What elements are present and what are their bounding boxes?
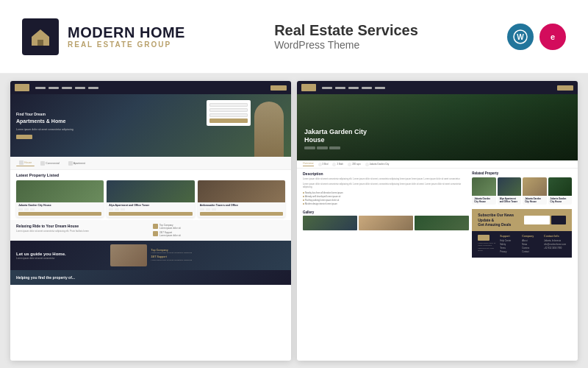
list-dot: [303, 192, 304, 194]
header-badges: W e: [507, 24, 566, 50]
property-image: [198, 180, 285, 202]
nav-links: [322, 87, 385, 89]
footer-link[interactable]: Help Center: [500, 239, 517, 242]
detail-tags: [304, 146, 367, 149]
bath-icon: [24, 208, 29, 210]
house-icon: [19, 160, 24, 165]
detail-body: Description Lorem ipsum dolor sit amet c…: [297, 169, 578, 361]
elementor-badge: e: [539, 24, 566, 50]
related-property: Jakarta Garden City House: [523, 177, 546, 205]
footer-link[interactable]: News: [522, 243, 539, 246]
area-icon: [212, 208, 216, 210]
guide-title: Let us guide you Home.: [16, 252, 106, 256]
property-details: Jakarta Garden City House: [16, 202, 104, 217]
footer-link[interactable]: Safety: [500, 243, 517, 246]
footer-link[interactable]: Contact: [522, 250, 539, 253]
subscribe-title: Subscribe Our News Update &Get Amazing D…: [478, 213, 520, 227]
svg-text:e: e: [551, 32, 555, 41]
list-item: Modern design interior lorem ipsum: [303, 202, 469, 205]
view-detail-btn[interactable]: [18, 212, 101, 216]
tag: [317, 146, 328, 149]
relaxing-text: Relaxing Ride to Your Dream House Lorem …: [16, 224, 148, 238]
view-detail-btn[interactable]: [109, 212, 192, 216]
guide-feature: Top Company Lorem ipsum dolor sit amet c…: [151, 249, 285, 255]
property-card: Jakarta Garden City House: [16, 180, 104, 217]
footer-link: +62 812 3456 7890: [544, 247, 566, 250]
property-name: Ambassador Towers and Office: [200, 204, 283, 208]
property-image: [107, 180, 194, 202]
related-info: Jakarta Garden City House: [548, 196, 572, 205]
bed-icon: [200, 208, 204, 210]
footer-col-title: Company: [522, 235, 539, 238]
category-house[interactable]: House: [16, 160, 35, 166]
footer-brand-col: Lorem ipsum dolor sit amet consectetur a…: [478, 235, 495, 254]
related-property: Jakarta Garden City House: [548, 177, 572, 205]
feature-item: 24/7 SupportLorem ipsum dolor sit: [153, 231, 285, 237]
footer-link[interactable]: About: [522, 239, 539, 242]
view-detail-btn[interactable]: [200, 212, 283, 216]
related-info: Alya Apartment and Office Tower: [498, 196, 521, 205]
subscribe-email-input[interactable]: [524, 216, 550, 224]
list-dot: [303, 199, 304, 201]
bed-icon: [109, 208, 113, 210]
theme-subtitle: WordPress Theme: [274, 39, 359, 51]
form-field: [209, 113, 248, 117]
overview-bar: Overview 3 Bed 2 Bath 200 sqm Jakarta Ga…: [297, 160, 578, 169]
footer-contact-col: Contact Info Jakarta, Indonesia info@mod…: [544, 235, 566, 254]
form-field: [209, 108, 248, 112]
bed-icon: [318, 163, 322, 166]
related-name: Jakarta Garden City House: [474, 197, 493, 203]
gallery-label: Gallery: [303, 210, 469, 214]
relax-features: Top CompanyLorem ipsum dolor sit 24/7 Su…: [153, 224, 285, 238]
form-submit-btn[interactable]: [209, 118, 248, 123]
gallery-grid: [303, 216, 469, 230]
property-icons: [18, 208, 101, 210]
property-name: Alya Apartment and Office Tower: [109, 204, 192, 208]
logo-title: MODERN HOME: [68, 24, 185, 40]
nav-logo: [301, 84, 316, 91]
relax-desc: Lorem ipsum dolor sit amet consectetur a…: [16, 230, 148, 233]
overview-stat: Jakarta Garden City: [365, 163, 390, 166]
hero-cta-btn[interactable]: [16, 135, 32, 139]
nav-cta-btn: [270, 85, 287, 91]
subscribe-submit-btn[interactable]: [551, 216, 566, 224]
apartment-icon: [68, 161, 73, 166]
property-name: Jakarta Garden City House: [18, 204, 101, 208]
list-item: Already well developed lorem ipsum sit: [303, 195, 469, 198]
nav-link: [49, 87, 59, 89]
stat-value: 3 Bed: [323, 163, 329, 166]
left-preview-panel: Find Your Dream Apartments & Home Lorem …: [10, 81, 291, 361]
subscribe-input-area: [524, 216, 566, 224]
property-card: Alya Apartment and Office Tower: [107, 180, 194, 217]
nav-link: [62, 87, 72, 89]
gallery-item: [359, 216, 413, 230]
property-icons: [200, 208, 283, 210]
overview-tab[interactable]: Overview: [303, 162, 314, 166]
theme-title: Real Estate Services: [274, 22, 418, 39]
feat-title: 24/7 Support: [151, 255, 285, 258]
footer-link[interactable]: Careers: [522, 247, 539, 250]
tag: [329, 146, 340, 149]
feat-desc: Lorem ipsum dolor sit amet consectetur a…: [151, 259, 285, 261]
category-tabs: House Commercial Apartment: [10, 157, 291, 170]
stat-value: 200 sqm: [352, 163, 361, 166]
category-apartment[interactable]: Apartment: [65, 160, 88, 166]
footer-link[interactable]: Terms: [500, 247, 517, 250]
list-text: Nearby bus from all direction lorem ipsu…: [305, 191, 343, 194]
logo-area: MODERN HOME REAL ESTATE GROUP: [22, 18, 185, 55]
gallery-item: [303, 216, 357, 230]
list-text: Rooftop parking lorem ipsum dolor sit: [305, 199, 339, 202]
related-name: Jakarta Garden City House: [525, 197, 544, 203]
related-name: Alya Apartment and Office Tower: [500, 197, 519, 203]
footer-logo-box: [478, 235, 490, 241]
footer-link[interactable]: Privacy: [500, 250, 517, 253]
guide-text: Let us guide you Home. Lorem ipsum dolor…: [16, 252, 106, 260]
related-label: Related Property: [472, 171, 572, 175]
footer-link: Jakarta, Indonesia: [544, 239, 566, 242]
related-name: Jakarta Garden City House: [551, 197, 570, 203]
left-nav-bar: [10, 81, 291, 94]
related-image: [498, 177, 521, 196]
category-commercial[interactable]: Commercial: [37, 160, 62, 166]
footer-desc: Lorem ipsum dolor sit amet consectetur a…: [478, 242, 495, 252]
feat-desc: Lorem ipsum dolor sit amet consectetur a…: [151, 252, 285, 254]
